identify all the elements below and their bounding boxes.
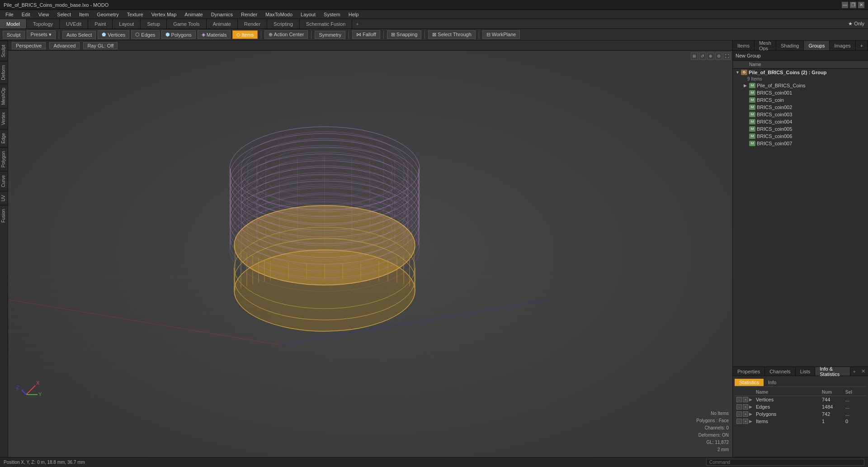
- menu-select[interactable]: Select: [53, 11, 75, 18]
- rp-tab-groups[interactable]: Groups: [804, 41, 830, 50]
- tree-item-coin005[interactable]: M BRICS_coin005: [733, 125, 868, 133]
- stats-vertices-minus[interactable]: -: [736, 397, 742, 402]
- menu-layout[interactable]: Layout: [297, 11, 319, 18]
- menu-view[interactable]: View: [35, 11, 53, 18]
- mode-tab-animate[interactable]: Animate: [207, 19, 238, 29]
- action-center-button[interactable]: ⊕ Action Center: [264, 30, 308, 39]
- items-button[interactable]: ◇ Items: [232, 30, 258, 39]
- auto-select-button[interactable]: Auto Select: [62, 31, 96, 39]
- viewport-perspective-btn[interactable]: Perspective: [12, 42, 46, 49]
- stats-polygons-minus[interactable]: -: [736, 411, 742, 417]
- left-tab-deform[interactable]: Deform: [0, 61, 8, 84]
- bp-tab-lists[interactable]: Lists: [796, 367, 816, 376]
- command-input[interactable]: [706, 459, 864, 466]
- stats-edges-plus[interactable]: +: [743, 404, 748, 410]
- rp-tab-add[interactable]: +: [856, 41, 868, 50]
- select-through-button[interactable]: ⊠ Select Through: [428, 30, 475, 39]
- bp-tab-channels[interactable]: Channels: [765, 367, 795, 376]
- falloff-button[interactable]: ⋈ Falloff: [352, 30, 380, 39]
- vp-settings-button[interactable]: ⚙: [715, 52, 722, 60]
- menu-edit[interactable]: Edit: [18, 11, 34, 18]
- menu-file[interactable]: File: [2, 11, 17, 18]
- vp-zoom-button[interactable]: ⊕: [707, 52, 714, 60]
- menu-render[interactable]: Render: [237, 11, 261, 18]
- viewport[interactable]: Perspective Advanced Ray GL: Off: [8, 41, 732, 457]
- toolbar-sep-3: [311, 31, 311, 39]
- left-tab-meshop[interactable]: MeshOp: [0, 84, 8, 109]
- mode-tab-paint[interactable]: Paint: [88, 19, 113, 29]
- tree-item-coin-base[interactable]: M BRICS_coin: [733, 96, 868, 104]
- left-tab-fusion[interactable]: Fusion: [0, 205, 8, 226]
- right-panel: Items Mesh Ops Shading Groups Images + N…: [732, 41, 868, 457]
- left-tab-edge[interactable]: Edge: [0, 129, 8, 147]
- coin003-icon: M: [749, 112, 755, 117]
- rp-tab-items[interactable]: Items: [733, 41, 755, 50]
- menu-maxtomodo[interactable]: MaxToModo: [262, 11, 296, 18]
- vertices-button[interactable]: ⬟ Vertices: [98, 30, 129, 39]
- maximize-button[interactable]: ❐: [850, 2, 856, 8]
- menu-help[interactable]: Help: [345, 11, 363, 18]
- menu-vertexmap[interactable]: Vertex Map: [148, 11, 180, 18]
- left-tab-polygon[interactable]: Polygon: [0, 147, 8, 171]
- rp-tab-images[interactable]: Images: [830, 41, 855, 50]
- viewport-advanced-btn[interactable]: Advanced: [49, 42, 80, 49]
- menu-item[interactable]: Item: [75, 11, 92, 18]
- tree-item-coin006[interactable]: M BRICS_coin006: [733, 133, 868, 140]
- snapping-button[interactable]: ⊞ Snapping: [387, 30, 422, 39]
- left-tab-curve[interactable]: Curve: [0, 171, 8, 191]
- bp-tab-close[interactable]: ✕: [859, 367, 868, 376]
- tree-item-pile[interactable]: ▶ M Pile_of_BRICS_Coins: [733, 82, 868, 89]
- mode-tab-add[interactable]: +: [352, 19, 362, 29]
- left-tab-sculpt[interactable]: Sculpt: [0, 41, 8, 61]
- stats-edges-minus[interactable]: -: [736, 404, 742, 410]
- symmetry-button[interactable]: Symmetry: [315, 31, 345, 39]
- workplane-button[interactable]: ⊟ WorkPlane: [482, 30, 520, 39]
- viewport-content[interactable]: X Y Z No Items Polygons : Face Channels:…: [8, 51, 732, 457]
- tree-item-coin003[interactable]: M BRICS_coin003: [733, 111, 868, 118]
- polygons-button[interactable]: ⬢ Polygons: [161, 30, 196, 39]
- mode-tab-topology[interactable]: Topology: [27, 19, 60, 29]
- stats-row-controls-polygons: - + ▶: [735, 410, 754, 418]
- mode-tab-schematic[interactable]: Schematic Fusion: [300, 19, 352, 29]
- menu-dynamics[interactable]: Dynamics: [208, 11, 236, 18]
- mode-tab-layout[interactable]: Layout: [113, 19, 141, 29]
- left-tab-uv[interactable]: UV: [0, 191, 8, 205]
- stats-vertices-plus[interactable]: +: [743, 397, 748, 402]
- stats-tab-statistics[interactable]: Statistics: [735, 379, 764, 386]
- left-tab-vertex[interactable]: Vertex: [0, 108, 8, 129]
- vp-expand-button[interactable]: ⛶: [723, 52, 731, 60]
- sculpt-button[interactable]: Sculpt: [3, 31, 25, 39]
- close-button[interactable]: ✕: [858, 2, 864, 8]
- vp-fit-button[interactable]: ⊞: [691, 52, 698, 60]
- tree-item-coin002[interactable]: M BRICS_coin002: [733, 104, 868, 111]
- presets-button[interactable]: Presets ▾: [27, 30, 56, 39]
- mode-tab-model[interactable]: Model: [0, 19, 27, 29]
- mode-tab-render[interactable]: Render: [238, 19, 267, 29]
- mode-tab-scripting[interactable]: Scripting: [267, 19, 300, 29]
- rp-tab-shading[interactable]: Shading: [776, 41, 804, 50]
- bp-tab-add[interactable]: +: [850, 367, 859, 376]
- viewport-raygl-btn[interactable]: Ray GL: Off: [83, 42, 118, 49]
- menu-animate[interactable]: Animate: [181, 11, 206, 18]
- menu-system[interactable]: System: [320, 11, 344, 18]
- mode-tab-gametools[interactable]: Game Tools: [167, 19, 207, 29]
- tree-item-coin007[interactable]: M BRICS_coin007: [733, 140, 868, 147]
- bp-tab-info-stats[interactable]: Info & Statistics: [815, 367, 850, 376]
- edges-button[interactable]: ⬡ Edges: [131, 30, 159, 39]
- tree-item-group-root[interactable]: ▼ G Pile_of_BRICS_Coins (2) : Group: [733, 69, 868, 76]
- stats-tab-info[interactable]: Info: [764, 379, 781, 386]
- tree-item-coin004[interactable]: M BRICS_coin004: [733, 118, 868, 125]
- stats-polygons-plus[interactable]: +: [743, 411, 748, 417]
- mode-tab-uvedit[interactable]: UVEdit: [60, 19, 88, 29]
- minimize-button[interactable]: —: [842, 2, 848, 8]
- menu-texture[interactable]: Texture: [123, 11, 147, 18]
- bp-tab-properties[interactable]: Properties: [733, 367, 765, 376]
- stats-items-minus[interactable]: -: [736, 419, 742, 424]
- tree-item-coin001[interactable]: M BRICS_coin001: [733, 89, 868, 96]
- rp-tab-meshops[interactable]: Mesh Ops: [755, 41, 776, 50]
- vp-rotate-button[interactable]: ↺: [699, 52, 706, 60]
- materials-button[interactable]: ◈ Materials: [198, 30, 231, 39]
- menu-geometry[interactable]: Geometry: [93, 11, 122, 18]
- mode-tab-setup[interactable]: Setup: [141, 19, 167, 29]
- stats-items-plus[interactable]: +: [743, 419, 748, 424]
